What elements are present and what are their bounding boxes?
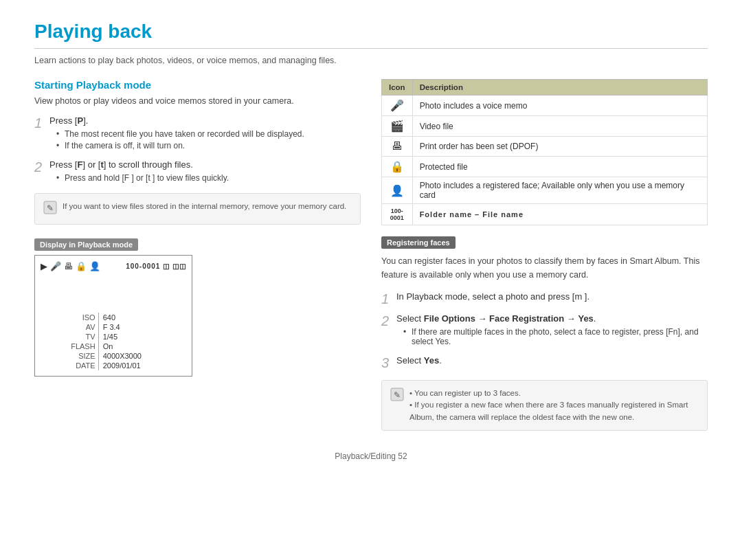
tv-label: TV: [41, 332, 98, 341]
reg-step-1-content: In Playback mode, select a photo and pre…: [396, 291, 708, 302]
info-row-date: DATE 2009/01/01: [41, 361, 186, 370]
page-title: Playing back: [34, 21, 708, 49]
icon-description-table: Icon Description 🎤 Photo includes a voic…: [381, 79, 708, 225]
reg-step-2-bullet-1: If there are multiple faces in the photo…: [403, 327, 708, 346]
reg-step-1-num: 1: [381, 291, 392, 306]
reg-step-2-content: Select File Options → Face Registration …: [396, 313, 708, 348]
flash-value: On: [98, 341, 186, 351]
row-icon-1: 🎤: [382, 96, 413, 116]
av-label: AV: [41, 322, 98, 332]
row-desc-2: Video file: [412, 116, 707, 137]
note-icon: ✎: [43, 201, 57, 217]
right-column: Icon Description 🎤 Photo includes a voic…: [381, 79, 708, 431]
reg-step-2-bullets: If there are multiple faces in the photo…: [396, 327, 708, 346]
svg-text:✎: ✎: [394, 390, 401, 400]
mic-icon: 🎤: [50, 261, 61, 271]
step-1-bullet-1: The most recent file you have taken or r…: [56, 129, 361, 139]
face-icon: 👤: [89, 261, 100, 271]
reg-step-3-num: 3: [381, 355, 392, 370]
table-row-folder: 100-0001 Folder name – File name: [382, 204, 708, 225]
step-2-content: Press [F] or [t] to scroll through files…: [49, 159, 361, 185]
section-title-playback: Starting Playback mode: [34, 79, 361, 91]
step-2-num: 2: [34, 159, 45, 175]
tv-value: 1/45: [98, 332, 186, 341]
registering-section: Registering faces You can register faces…: [381, 236, 708, 431]
step-1-num: 1: [34, 115, 45, 131]
reg-step-3: 3 Select Yes.: [381, 355, 708, 370]
table-row: 👤 Photo includes a registered face; Avai…: [382, 177, 708, 204]
section-desc-playback: View photos or play videos and voice mem…: [34, 96, 361, 106]
size-label: SIZE: [41, 351, 98, 361]
registering-label: Registering faces: [381, 236, 456, 249]
size-value: 4000X3000: [98, 351, 186, 361]
step-1-bullet-2: If the camera is off, it will turn on.: [56, 141, 361, 150]
step-2-bullets: Press and hold [F ] or [t ] to view file…: [49, 173, 361, 183]
info-row-size: SIZE 4000X3000: [41, 351, 186, 361]
row-icon-folder: 100-0001: [382, 204, 413, 225]
reg-step-3-content: Select Yes.: [396, 355, 708, 366]
av-value: F 3.4: [98, 322, 186, 332]
row-icon-2: 🎬: [382, 116, 413, 137]
registering-desc: You can register faces in your photos to…: [381, 254, 708, 282]
step-1-content: Press [P]. The most recent file you have…: [49, 115, 361, 153]
row-desc-folder: Folder name – File name: [412, 204, 707, 225]
camera-display: ▶ 🎤 🖶 🔒 👤 100-0001 ◫ ◫◫ ISO 640 AV: [34, 255, 192, 377]
left-column: Starting Playback mode View photos or pl…: [34, 79, 361, 431]
row-desc-5: Photo includes a registered face; Availa…: [412, 177, 707, 204]
camera-info-table: ISO 640 AV F 3.4 TV 1/45 FLASH On: [41, 313, 186, 370]
step-1-bullets: The most recent file you have taken or r…: [49, 129, 361, 150]
table-row: 🖶 Print order has been set (DPOF): [382, 137, 708, 157]
info-row-flash: FLASH On: [41, 341, 186, 351]
row-icon-3: 🖶: [382, 137, 413, 157]
print-icon: 🖶: [64, 261, 73, 271]
reg-step-1-text: In Playback mode, select a photo and pre…: [396, 291, 589, 302]
reg-step-2-num: 2: [381, 313, 392, 328]
iso-value: 640: [98, 313, 186, 322]
svg-text:✎: ✎: [47, 203, 54, 213]
note-icon-2: ✎: [390, 388, 404, 404]
iso-label: ISO: [41, 313, 98, 322]
row-icon-4: 🔒: [382, 157, 413, 177]
page-subtitle: Learn actions to play back photos, video…: [34, 56, 708, 65]
reg-step-2: 2 Select File Options → Face Registratio…: [381, 313, 708, 348]
flash-label: FLASH: [41, 341, 98, 351]
display-label: Display in Playback mode: [34, 238, 138, 251]
step-2: 2 Press [F] or [t] to scroll through fil…: [34, 159, 361, 185]
step-1: 1 Press [P]. The most recent file you ha…: [34, 115, 361, 153]
camera-icons: ▶ 🎤 🖶 🔒 👤: [41, 261, 100, 271]
info-row-av: AV F 3.4: [41, 322, 186, 332]
folder-name: 100-0001 ◫ ◫◫: [126, 262, 186, 270]
icon-col-header: Icon: [382, 80, 413, 96]
date-value: 2009/01/01: [98, 361, 186, 370]
row-icon-5: 👤: [382, 177, 413, 204]
info-row-tv: TV 1/45: [41, 332, 186, 341]
table-row: 🎤 Photo includes a voice memo: [382, 96, 708, 116]
note-bullet-2: • If you register a new face when there …: [409, 401, 688, 421]
desc-col-header: Description: [412, 80, 707, 96]
note-text: If you want to view files stored in the …: [63, 201, 346, 212]
lock-icon: 🔒: [76, 261, 87, 271]
table-row: 🔒 Protected file: [382, 157, 708, 177]
display-section: Display in Playback mode ▶ 🎤 🖶 🔒 👤 100-0…: [34, 238, 361, 377]
page-footer: Playback/Editing 52: [34, 451, 708, 461]
play-icon: ▶: [41, 261, 47, 271]
reg-step-1: 1 In Playback mode, select a photo and p…: [381, 291, 708, 306]
step-2-bullet-1: Press and hold [F ] or [t ] to view file…: [56, 173, 361, 183]
camera-top-bar: ▶ 🎤 🖶 🔒 👤 100-0001 ◫ ◫◫: [41, 261, 186, 271]
note-bullet-1: • You can register up to 3 faces.: [409, 389, 521, 397]
note-box-registering: ✎ • You can register up to 3 faces. • If…: [381, 380, 708, 431]
info-row-iso: ISO 640: [41, 313, 186, 322]
row-desc-1: Photo includes a voice memo: [412, 96, 707, 116]
row-desc-4: Protected file: [412, 157, 707, 177]
table-row: 🎬 Video file: [382, 116, 708, 137]
row-desc-3: Print order has been set (DPOF): [412, 137, 707, 157]
icon-table-header: Icon Description: [382, 80, 708, 96]
note-box-memory: ✎ If you want to view files stored in th…: [34, 193, 361, 225]
note-text-registering: • You can register up to 3 faces. • If y…: [409, 388, 699, 423]
date-label: DATE: [41, 361, 98, 370]
